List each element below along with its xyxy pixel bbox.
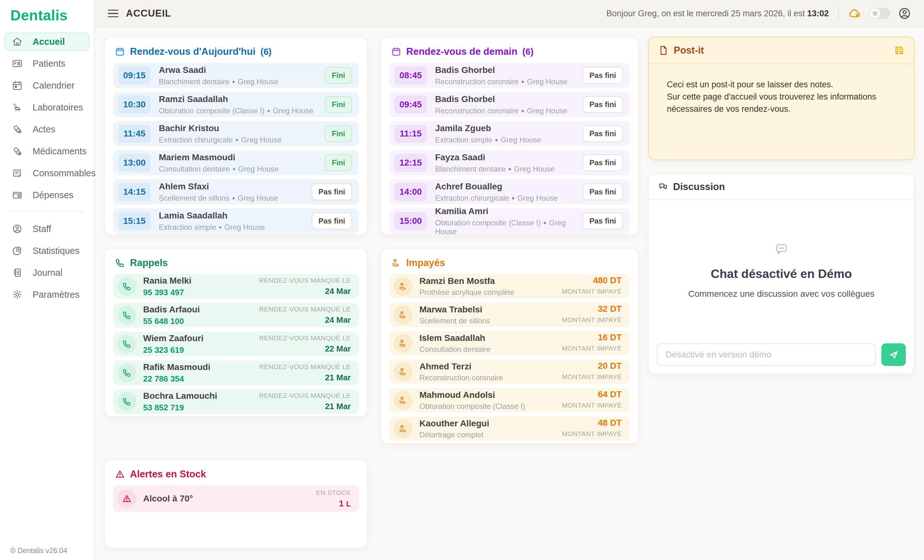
app-logo: Dentalis xyxy=(0,0,94,24)
unpaid-row[interactable]: Kaouther Allegui Détartrage complet 48 D… xyxy=(389,417,630,441)
status-badge[interactable]: Pas fini xyxy=(583,96,623,113)
appointment-row[interactable]: 15:15 Lamia Saadallah Extraction simple•… xyxy=(113,208,359,234)
appointment-row[interactable]: 13:00 Mariem Masmoudi Consultation denta… xyxy=(113,150,359,175)
reminder-row[interactable]: Badis Arfaoui 55 648 100 RENDEZ-VOUS MAN… xyxy=(113,303,359,328)
appointment-time: 14:15 xyxy=(118,183,151,201)
patient-name: Ramzi Ben Mostfa xyxy=(419,276,514,286)
sidebar-item-accueil[interactable]: Accueil xyxy=(4,33,90,51)
status-badge[interactable]: Pas fini xyxy=(583,183,623,200)
appointment-row[interactable]: 14:15 Ahlem Sfaxi Scellement de sillons•… xyxy=(113,180,359,204)
sidebar-item-calendrier[interactable]: Calendrier xyxy=(4,76,90,94)
send-message-button[interactable] xyxy=(881,343,906,366)
note-file-icon xyxy=(658,45,669,56)
appointment-row[interactable]: 15:00 Kamilia Amri Obturation composite … xyxy=(389,208,630,234)
unpaid-row[interactable]: Islem Saadallah Consultation dentaire 16… xyxy=(389,331,630,355)
amount-label: MONTANT IMPAYÉ xyxy=(562,401,622,409)
unpaid-row[interactable]: Ahmed Terzi Reconstruction coronaire 20 … xyxy=(389,360,630,384)
patient-name: Kaouther Allegui xyxy=(419,419,489,428)
appointment-desc: Extraction simple•Greg House xyxy=(435,136,541,144)
phone-icon xyxy=(115,258,125,268)
calendar-icon xyxy=(115,46,125,57)
appointment-desc: Extraction chirurgicale•Greg House xyxy=(435,194,558,202)
status-badge[interactable]: Pas fini xyxy=(583,67,623,84)
phone-number: 55 648 100 xyxy=(143,316,200,326)
profile-icon[interactable] xyxy=(898,7,911,20)
journal-icon xyxy=(12,267,22,278)
appointment-row[interactable]: 12:15 Fayza Saadi Blanchiment dentaire•G… xyxy=(389,150,630,175)
sidebar-item-label: Médicaments xyxy=(33,146,87,157)
sidebar-item-statistiques[interactable]: Statistiques xyxy=(4,242,90,260)
card-today-header: Rendez-vous d'Aujourd'hui (6) xyxy=(115,46,358,57)
sidebar-item-medicaments[interactable]: Médicaments xyxy=(4,142,90,160)
appointment-row[interactable]: 08:45 Badis Ghorbel Reconstruction coron… xyxy=(389,63,630,88)
reminder-row[interactable]: Rania Melki 95 393 497 RENDEZ-VOUS MANQU… xyxy=(113,274,359,299)
sidebar-item-label: Laboratoires xyxy=(33,102,83,113)
appointment-desc: Obturation composite (Classe I)•Greg Hou… xyxy=(435,219,583,236)
sun-icon xyxy=(870,9,880,18)
sidebar-item-label: Paramètres xyxy=(33,289,80,300)
appointment-row[interactable]: 09:15 Arwa Saadi Blanchiment dentaire•Gr… xyxy=(113,63,359,88)
sidebar-item-label: Calendrier xyxy=(33,81,75,91)
unpaid-info: Islem Saadallah Consultation dentaire xyxy=(419,333,490,354)
appointment-row[interactable]: 11:15 Jamila Zgueb Extraction simple•Gre… xyxy=(389,121,630,146)
status-badge[interactable]: Pas fini xyxy=(583,154,623,171)
id-card-icon xyxy=(12,58,22,69)
unpaid-amount: 20 DT xyxy=(562,361,622,371)
appointment-time: 11:45 xyxy=(118,124,151,143)
sidebar-item-laboratoires[interactable]: Laboratoires xyxy=(4,98,90,117)
stock-label: EN STOCK xyxy=(316,489,351,496)
missed-date: 21 Mar xyxy=(259,373,351,382)
appointment-info: Badis Ghorbel Reconstruction coronaire•G… xyxy=(435,94,567,115)
reminder-info: Rafik Masmoudi 22 786 354 xyxy=(143,362,210,384)
appointment-row[interactable]: 11:45 Bachir Kristou Extraction chirurgi… xyxy=(113,121,359,146)
reminder-row[interactable]: Wiem Zaafouri 25 323 619 RENDEZ-VOUS MAN… xyxy=(113,332,359,356)
current-time: 13:02 xyxy=(807,9,829,18)
missed-date: 21 Mar xyxy=(259,401,351,411)
appointment-row[interactable]: 10:30 Ramzi Saadallah Obturation composi… xyxy=(113,92,359,117)
paper-plane-icon xyxy=(888,349,899,360)
patient-name: Bochra Lamouchi xyxy=(143,391,217,401)
reminder-info: Wiem Zaafouri 25 323 619 xyxy=(143,333,204,355)
stock-alert-row[interactable]: Alcool à 70° EN STOCK 1 L xyxy=(113,485,359,512)
unpaid-row[interactable]: Marwa Trabelsi Scellement de sillons 32 … xyxy=(389,303,630,327)
patient-name: Kamilia Amri xyxy=(435,206,583,216)
card-title: Alertes en Stock xyxy=(130,469,206,480)
unpaid-row[interactable]: Ramzi Ben Mostfa Prothèse acrylique comp… xyxy=(389,274,630,298)
status-badge[interactable]: Pas fini xyxy=(583,125,623,142)
unpaid-row[interactable]: Mahmoud Andolsi Obturation composite (Cl… xyxy=(389,388,630,412)
appointment-info: Lamia Saadallah Extraction simple•Greg H… xyxy=(159,211,265,232)
appointment-info: Arwa Saadi Blanchiment dentaire•Greg Hou… xyxy=(159,65,278,86)
sidebar-item-journal[interactable]: Journal xyxy=(4,264,90,282)
reminder-right: RENDEZ-VOUS MANQUÉ LE 21 Mar xyxy=(259,363,351,382)
product-name: Alcool à 70° xyxy=(143,494,193,504)
sidebar-divider xyxy=(9,211,85,212)
status-badge[interactable]: Fini xyxy=(325,96,352,113)
status-badge[interactable]: Pas fini xyxy=(583,213,623,229)
status-badge[interactable]: Pas fini xyxy=(312,183,352,200)
sidebar-item-parametres[interactable]: Paramètres xyxy=(4,286,90,304)
sidebar-item-actes[interactable]: Actes xyxy=(4,120,90,138)
save-note-icon[interactable] xyxy=(894,45,904,56)
theme-toggle[interactable] xyxy=(870,8,890,19)
appointment-desc: Blanchiment dentaire•Greg House xyxy=(159,77,278,86)
chat-message-input[interactable] xyxy=(657,343,876,366)
appointment-row[interactable]: 09:45 Badis Ghorbel Reconstruction coron… xyxy=(389,92,630,117)
sidebar-item-consommables[interactable]: Consommables xyxy=(4,164,90,182)
sidebar-item-staff[interactable]: Staff xyxy=(4,220,90,238)
status-badge[interactable]: Pas fini xyxy=(312,213,352,229)
reminder-row[interactable]: Bochra Lamouchi 53 852 719 RENDEZ-VOUS M… xyxy=(113,389,359,414)
appointment-count: (6) xyxy=(522,46,533,57)
sidebar-item-patients[interactable]: Patients xyxy=(4,54,90,73)
reminder-row[interactable]: Rafik Masmoudi 22 786 354 RENDEZ-VOUS MA… xyxy=(113,361,359,385)
missed-label: RENDEZ-VOUS MANQUÉ LE xyxy=(259,334,351,342)
cloud-offline-icon[interactable] xyxy=(848,7,861,20)
hamburger-menu-icon[interactable] xyxy=(108,10,118,18)
card-postit: Post-it Ceci est un post-it pour se lais… xyxy=(648,37,915,160)
status-badge[interactable]: Fini xyxy=(325,67,352,84)
sidebar: Dentalis Accueil Patients Calendrier xyxy=(0,0,94,560)
status-badge[interactable]: Fini xyxy=(325,125,352,142)
appointment-row[interactable]: 14:00 Achref Boualleg Extraction chirurg… xyxy=(389,180,630,204)
status-badge[interactable]: Fini xyxy=(325,154,352,171)
postit-note-text[interactable]: Ceci est un post-it pour se laisser des … xyxy=(649,64,914,115)
sidebar-item-depenses[interactable]: Dépenses xyxy=(4,186,90,204)
